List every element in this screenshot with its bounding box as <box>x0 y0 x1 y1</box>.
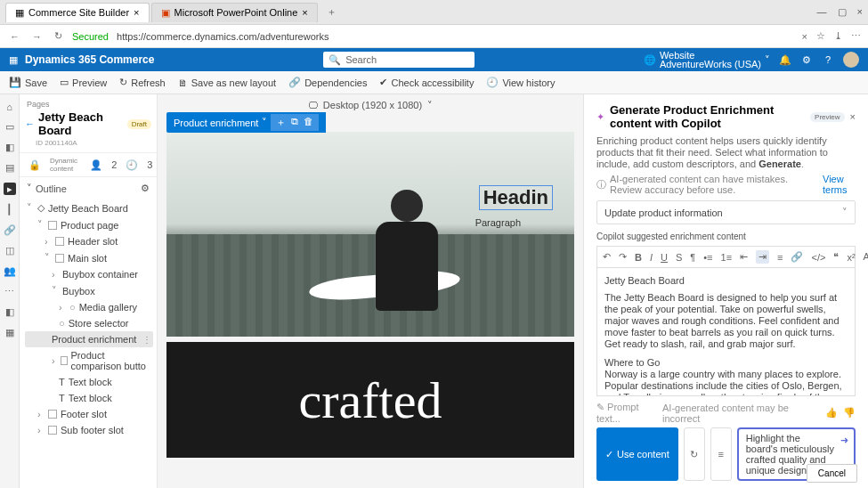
bold-icon[interactable]: B <box>635 252 642 263</box>
thumbs-down-icon[interactable]: 👎 <box>843 407 856 419</box>
downloads-icon[interactable]: ⤓ <box>834 30 842 42</box>
layouts-icon[interactable]: ◫ <box>5 245 14 256</box>
selection-pill[interactable]: Product enrichment ˅ ＋ ⧉ 🗑 <box>166 112 326 133</box>
chevron-down-icon[interactable]: ˅ <box>27 183 32 194</box>
chevron-down-icon[interactable]: ˅ <box>427 100 433 111</box>
indent-icon[interactable]: ⇥ <box>756 250 769 264</box>
tree-text-block-2[interactable]: TText block <box>25 390 153 406</box>
code-icon[interactable]: </> <box>811 252 825 263</box>
browser-tab-2[interactable]: ▣ Microsoft PowerPoint Online × <box>151 3 318 22</box>
clear-url-icon[interactable]: × <box>802 31 807 42</box>
tree-store-selector[interactable]: ○Store selector <box>25 315 153 331</box>
link-icon[interactable]: 🔗 <box>791 251 803 263</box>
forward-icon[interactable]: → <box>29 31 45 42</box>
back-arrow-icon[interactable]: ← <box>25 118 35 129</box>
new-tab-button[interactable]: ＋ <box>320 5 344 19</box>
tree-header-slot[interactable]: ›Header slot <box>25 233 153 249</box>
browser-menu-icon[interactable]: ⋯ <box>851 30 861 42</box>
chevron-down-icon[interactable]: ˅ <box>262 117 267 128</box>
tree-root[interactable]: ˅◇Jetty Beach Board <box>25 199 153 216</box>
node-menu-icon[interactable]: ⋮ <box>142 335 151 345</box>
tree-product-enrichment[interactable]: Product enrichment⋮ <box>25 331 153 347</box>
address-bar: ← → ↻ Secured https://commerce.dynamics.… <box>0 25 868 48</box>
underline-icon[interactable]: U <box>661 252 668 263</box>
regenerate-button[interactable]: ↻ <box>684 427 705 481</box>
tree-sub-footer-slot[interactable]: ›Sub footer slot <box>25 422 153 438</box>
minimize-icon[interactable]: — <box>817 6 827 18</box>
adjust-button[interactable]: ≡ <box>710 427 732 481</box>
close-window-icon[interactable]: × <box>857 6 863 18</box>
dependencies-button[interactable]: 🔗Dependencies <box>288 77 367 88</box>
number-list-icon[interactable]: 1≡ <box>721 252 733 263</box>
url-text: https://commerce.dynamics.com/adventurew… <box>117 31 329 42</box>
align-left-icon[interactable]: ≡ <box>777 252 783 263</box>
viewport-selector[interactable]: Desktop (1920 x 1080) <box>323 100 422 110</box>
tree-media-gallery[interactable]: ›○Media gallery <box>25 299 153 315</box>
use-content-button[interactable]: ✓Use content <box>596 427 678 481</box>
view-terms-link[interactable]: View terms <box>823 174 856 195</box>
star-icon[interactable]: ☆ <box>816 30 825 42</box>
heading-placeholder[interactable]: Headin <box>479 185 553 210</box>
browser-tab-active[interactable]: ▦ Commerce Site Builder × <box>5 3 150 22</box>
save-button[interactable]: 💾Save <box>9 77 47 88</box>
reload-icon[interactable]: ↻ <box>52 30 65 42</box>
prompt-toggle-icon[interactable]: ✎ Prompt text... <box>596 402 662 424</box>
add-icon[interactable]: ＋ <box>276 116 286 129</box>
fragments-icon[interactable]: ◧ <box>5 142 14 153</box>
enrichment-mode-dropdown[interactable]: Update product information ˅ <box>596 200 856 224</box>
tree-footer-slot[interactable]: ›Footer slot <box>25 406 153 422</box>
strike-icon[interactable]: S <box>676 252 682 263</box>
website-selector[interactable]: 🌐 Website AdventureWorks (USA) ˅ <box>644 51 770 69</box>
breadcrumb[interactable]: Pages <box>20 94 157 110</box>
home-icon[interactable]: ⌂ <box>6 102 12 112</box>
styles-icon[interactable]: ◧ <box>5 306 14 318</box>
tree-text-block-1[interactable]: TText block <box>25 374 153 390</box>
thumbs-up-icon[interactable]: 👍 <box>825 407 838 419</box>
avatar[interactable] <box>843 52 859 68</box>
redo-icon[interactable]: ↷ <box>619 251 627 263</box>
undo-icon[interactable]: ↶ <box>603 251 611 263</box>
format-icon[interactable]: ¶ <box>690 252 695 263</box>
close-panel-icon[interactable]: × <box>850 111 856 122</box>
tab-close-icon[interactable]: × <box>302 7 307 18</box>
history-button[interactable]: 🕘View history <box>486 77 555 88</box>
urls-icon[interactable]: 🔗 <box>4 224 16 236</box>
extensions-icon[interactable]: ▦ <box>5 327 14 338</box>
clear-format-icon[interactable]: A↯ <box>864 251 868 263</box>
tree-buybox[interactable]: ˅Buybox <box>25 282 153 299</box>
outline-settings-icon[interactable]: ⚙ <box>141 183 150 194</box>
notifications-icon[interactable]: 🔔 <box>779 53 791 66</box>
help-icon[interactable]: ? <box>822 53 834 66</box>
cancel-button[interactable]: Cancel <box>807 464 857 483</box>
more-icon[interactable]: ⋯ <box>4 286 14 297</box>
generated-content-editor[interactable]: Jetty Beach Board The Jetty Beach Board … <box>596 267 856 396</box>
media-icon[interactable]: ▸ <box>4 183 16 195</box>
waffle-icon[interactable]: ▦ <box>9 54 18 66</box>
tab-close-icon[interactable]: × <box>134 7 139 18</box>
global-search[interactable]: 🔍 Search <box>323 52 475 68</box>
audiences-icon[interactable]: 👥 <box>4 265 16 277</box>
save-as-button[interactable]: 🗎Save as new layout <box>178 77 276 88</box>
tree-product-comparison[interactable]: ›Product comparison butto <box>25 347 153 374</box>
templates-icon[interactable]: ▤ <box>5 162 14 174</box>
preview-button[interactable]: ▭Preview <box>60 77 107 88</box>
tree-buybox-container[interactable]: ›Buybox container <box>25 266 153 282</box>
sup-icon[interactable]: x² <box>847 252 855 263</box>
send-prompt-icon[interactable]: ➜ <box>840 435 848 446</box>
quote-icon[interactable]: ❝ <box>833 251 839 263</box>
refresh-button[interactable]: ↻Refresh <box>119 77 166 88</box>
tree-main-slot[interactable]: ˅Main slot <box>25 249 153 266</box>
italic-icon[interactable]: I <box>650 252 653 263</box>
paragraph-placeholder[interactable]: Paragraph <box>475 217 521 228</box>
delete-icon[interactable]: 🗑 <box>304 116 313 129</box>
pages-icon[interactable]: ▭ <box>5 121 14 133</box>
copy-icon[interactable]: ⧉ <box>291 116 298 129</box>
url-display[interactable]: Secured https://commerce.dynamics.com/ad… <box>72 31 795 42</box>
maximize-icon[interactable]: ▢ <box>838 6 847 18</box>
bullet-list-icon[interactable]: •≡ <box>703 252 712 263</box>
settings-icon[interactable]: ⚙ <box>800 53 813 66</box>
outdent-icon[interactable]: ⇤ <box>740 251 748 263</box>
back-icon[interactable]: ← <box>7 31 22 42</box>
tree-product-page[interactable]: ˅Product page <box>25 216 153 233</box>
accessibility-button[interactable]: ✔Check accessibility <box>379 77 474 88</box>
